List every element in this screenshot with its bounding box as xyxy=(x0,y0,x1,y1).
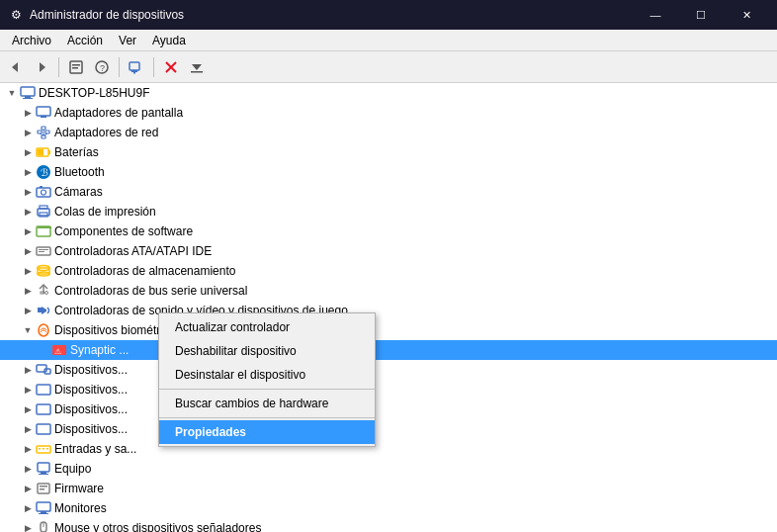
expander[interactable]: ▶ xyxy=(20,125,36,140)
expander[interactable]: ▶ xyxy=(20,105,36,121)
svg-rect-17 xyxy=(37,107,50,116)
expander[interactable]: ▶ xyxy=(20,362,36,378)
window-title: Administrador de dispositivos xyxy=(30,8,633,22)
expander[interactable]: ▶ xyxy=(20,283,36,299)
list-item[interactable]: ▶ Cámaras xyxy=(0,182,777,202)
list-item[interactable]: ▶ Componentes de software xyxy=(0,222,777,241)
list-item[interactable]: ▶ ℬ Bluetooth xyxy=(0,162,777,182)
svg-rect-46 xyxy=(41,292,43,294)
help-button[interactable]: ? xyxy=(90,55,114,79)
menu-ayuda[interactable]: Ayuda xyxy=(144,32,194,49)
expander[interactable]: ▶ xyxy=(20,382,36,398)
expander[interactable]: ▶ xyxy=(20,481,36,496)
item-label: Dispositivos... xyxy=(54,399,128,419)
svg-rect-41 xyxy=(39,251,44,252)
svg-rect-18 xyxy=(41,116,46,118)
list-item[interactable]: ▶ Colas de impresión xyxy=(0,202,777,222)
list-item[interactable]: ▶ Controladoras de bus serie universal xyxy=(0,281,777,301)
expander[interactable]: ▶ xyxy=(20,144,36,160)
list-item[interactable]: ▶ Adaptadores de pantalla xyxy=(0,103,777,123)
properties-button[interactable] xyxy=(64,55,88,79)
item-label: Dispositivos... xyxy=(54,360,128,380)
item-label: Dispositivos... xyxy=(54,419,128,439)
list-item[interactable]: ▼ Dispositivos biométricos xyxy=(0,320,777,340)
list-item[interactable]: ▶ Firmware xyxy=(0,479,777,498)
svg-rect-35 xyxy=(40,206,47,209)
list-item[interactable]: ▶ Dispositivos... xyxy=(0,380,777,399)
menu-ver[interactable]: Ver xyxy=(111,32,144,49)
menu-accion[interactable]: Acción xyxy=(59,32,111,49)
device-tree[interactable]: ▼ DESKTOP-L85HU9F ▶ Adaptadores de panta… xyxy=(0,83,777,532)
svg-rect-67 xyxy=(40,486,47,488)
expander[interactable]: ▶ xyxy=(20,243,36,259)
svg-rect-62 xyxy=(46,448,48,450)
expander[interactable]: ▶ xyxy=(20,303,36,318)
ctx-update-driver[interactable]: Actualizar controlador xyxy=(159,315,375,339)
list-item[interactable]: ▶ Mouse y otros dispositivos señaladores xyxy=(0,518,777,532)
item-label: Controladoras de almacenamiento xyxy=(54,261,235,281)
list-item[interactable]: ▶ Entradas y sa... xyxy=(0,439,777,459)
ctx-disable-device[interactable]: Deshabilitar dispositivo xyxy=(159,339,375,363)
storage-icon xyxy=(36,263,51,279)
expander[interactable]: ▶ xyxy=(20,263,36,279)
expander[interactable] xyxy=(36,342,51,358)
biometric-icon xyxy=(36,322,51,338)
list-item[interactable]: ▶ Monitores xyxy=(0,498,777,518)
svg-point-47 xyxy=(45,292,48,295)
minimize-button[interactable]: — xyxy=(633,0,678,30)
menu-archivo[interactable]: Archivo xyxy=(4,32,59,49)
maximize-button[interactable]: ☐ xyxy=(678,0,724,30)
list-item[interactable]: ▶ Equipo xyxy=(0,459,777,479)
expander[interactable]: ▶ xyxy=(20,441,36,457)
expander[interactable]: ▶ xyxy=(20,223,36,239)
title-bar: ⚙ Administrador de dispositivos — ☐ ✕ xyxy=(0,0,777,30)
usb-icon xyxy=(36,283,51,299)
expander[interactable]: ▶ xyxy=(20,421,36,437)
back-button[interactable] xyxy=(4,55,28,79)
list-item[interactable]: ▶ Dispositivos... xyxy=(0,419,777,439)
expander[interactable]: ▶ xyxy=(20,461,36,477)
svg-text:ℬ: ℬ xyxy=(41,167,48,178)
list-item[interactable]: ▶ Dispositivos... xyxy=(0,360,777,380)
expander[interactable]: ▶ xyxy=(20,401,36,417)
scan-button[interactable] xyxy=(125,55,148,79)
expander[interactable]: ▶ xyxy=(20,164,36,180)
expander[interactable]: ▶ xyxy=(20,204,36,220)
ctx-properties[interactable]: Propiedades xyxy=(159,420,375,444)
delete-button[interactable] xyxy=(159,55,183,79)
list-item[interactable]: ▶ Dispositivos... xyxy=(0,399,777,419)
input-icon xyxy=(36,441,51,457)
root-expander[interactable]: ▼ xyxy=(4,85,20,101)
list-item[interactable]: ▶ Controladoras ATA/ATAPI IDE xyxy=(0,241,777,261)
printer-icon xyxy=(36,204,51,220)
synaptic-item[interactable]: ⚠ Synaptic ... xyxy=(0,340,777,360)
battery-icon xyxy=(36,144,51,160)
list-item[interactable]: ▶ Baterías xyxy=(0,142,777,162)
svg-marker-50 xyxy=(42,307,46,314)
svg-rect-69 xyxy=(37,502,50,511)
expander[interactable]: ▶ xyxy=(20,520,36,532)
tree-root[interactable]: ▼ DESKTOP-L85HU9F xyxy=(0,83,777,103)
expander[interactable]: ▼ xyxy=(20,322,36,338)
list-item[interactable]: ▶ Controladoras de sonido y vídeo y disp… xyxy=(0,301,777,320)
close-button[interactable]: ✕ xyxy=(724,0,769,30)
download-button[interactable] xyxy=(185,55,209,79)
svg-rect-20 xyxy=(45,131,49,133)
item-label: Cámaras xyxy=(54,182,103,202)
list-item[interactable]: ▶ Controladoras de almacenamiento xyxy=(0,261,777,281)
expander[interactable]: ▶ xyxy=(20,500,36,516)
svg-marker-0 xyxy=(12,62,18,72)
list-item[interactable]: ▶ Adaptadores de red xyxy=(0,123,777,142)
expander[interactable]: ▶ xyxy=(20,184,36,200)
svg-rect-68 xyxy=(40,488,44,490)
devices-icon xyxy=(36,362,51,378)
devices2-icon xyxy=(36,382,51,398)
toolbar-sep-1 xyxy=(58,57,59,77)
item-label: Adaptadores de pantalla xyxy=(54,103,183,123)
app-icon: ⚙ xyxy=(8,7,24,23)
forward-button[interactable] xyxy=(30,55,53,79)
svg-rect-21 xyxy=(42,127,45,130)
ctx-uninstall-device[interactable]: Desinstalar el dispositivo xyxy=(159,363,375,387)
svg-rect-40 xyxy=(39,249,48,250)
ctx-scan-hardware[interactable]: Buscar cambios de hardware xyxy=(159,392,375,415)
